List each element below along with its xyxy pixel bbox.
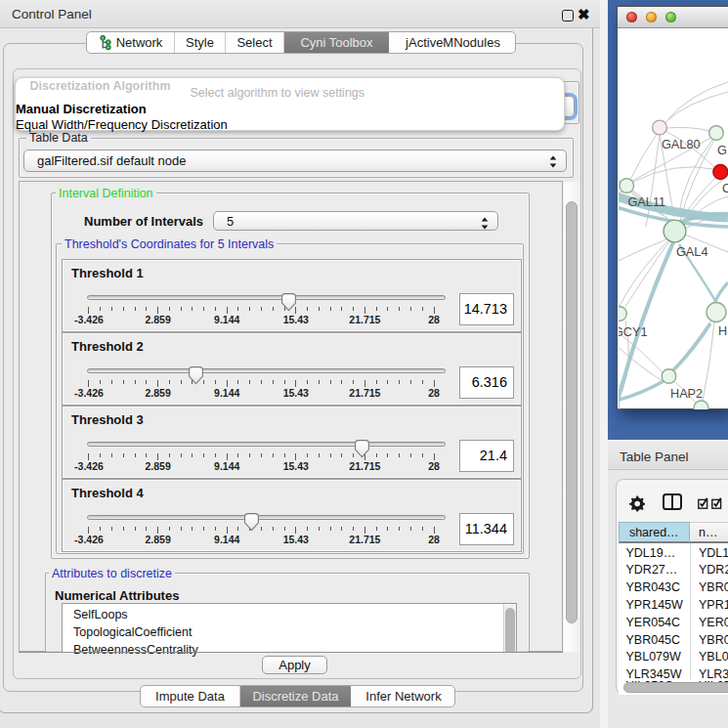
svg-text:GAL80: GAL80	[662, 138, 701, 151]
svg-text:G.: G.	[717, 144, 728, 157]
svg-text:C: C	[722, 182, 728, 195]
svg-text:GCY1: GCY1	[619, 325, 648, 339]
svg-text:HAP2: HAP2	[670, 387, 703, 401]
svg-text:GAL4: GAL4	[676, 245, 707, 259]
svg-text:GAL11: GAL11	[628, 195, 666, 209]
svg-text:H: H	[718, 324, 727, 338]
